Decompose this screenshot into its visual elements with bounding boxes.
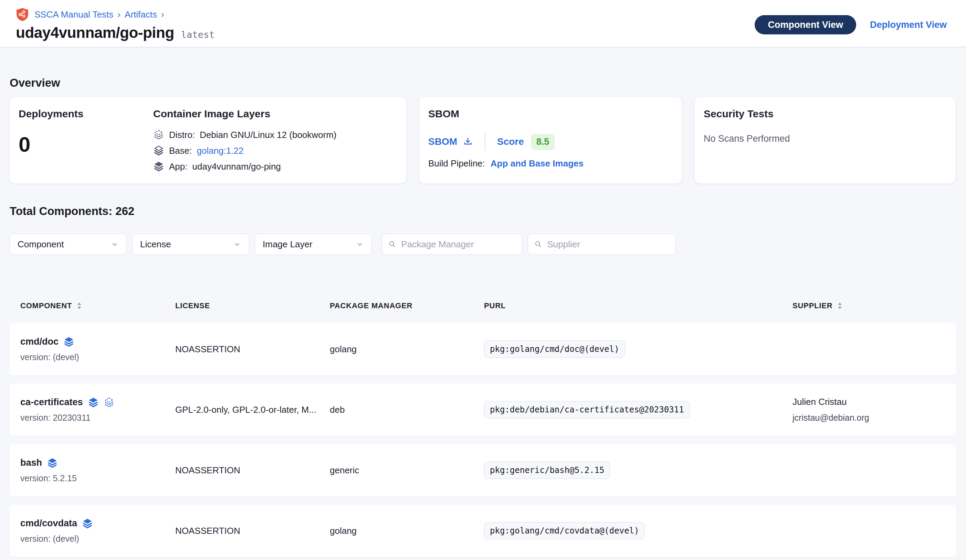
layers-filled-icon (63, 336, 74, 347)
layer-row-distro: Distro: Debian GNU/Linux 12 (bookworm) (153, 129, 337, 140)
component-version: version: 20230311 (20, 413, 175, 423)
column-label: PURL (484, 301, 506, 310)
deployments-section: Deployments 0 (18, 108, 153, 183)
table-row: bash version: 5.2.15 NOASSERTION generic… (10, 444, 956, 496)
license-filter-dropdown[interactable]: License (132, 234, 249, 255)
overview-heading: Overview (10, 76, 956, 89)
license-filter-label: License (140, 239, 171, 250)
component-filter-label: Component (18, 239, 64, 250)
breadcrumb-link-artifacts[interactable]: Artifacts (125, 9, 157, 20)
column-label: PACKAGE MANAGER (330, 301, 412, 310)
license-cell: NOASSERTION (175, 344, 330, 355)
component-filter-dropdown[interactable]: Component (10, 234, 127, 255)
supplier-cell (792, 467, 945, 473)
supplier-search (528, 234, 676, 255)
ssca-shield-icon (16, 8, 29, 21)
supplier-cell: Julien Cristau jcristau@debian.org (792, 396, 945, 423)
main-content: Overview Deployments 0 Container Image L… (0, 76, 966, 557)
layer-base-label: Base: (169, 146, 192, 156)
layer-row-app: App: uday4vunnam/go-ping (153, 161, 337, 172)
supplier-search-input[interactable] (547, 239, 669, 250)
package-manager-cell: generic (330, 465, 484, 476)
layers-filled-icon (82, 518, 93, 529)
column-label: COMPONENT (20, 301, 72, 310)
component-name: ca-certificates (20, 397, 83, 408)
layers-outline-icon (153, 129, 164, 140)
layer-app-label: App: (169, 161, 187, 172)
component-name: cmd/covdata (20, 518, 77, 529)
license-cell: GPL-2.0-only, GPL-2.0-or-later, M... (175, 404, 330, 415)
top-bar: SSCA Manual Tests › Artifacts › uday4vun… (0, 0, 966, 47)
component-cell: cmd/covdata version: (devel) (20, 518, 175, 544)
top-bar-left: SSCA Manual Tests › Artifacts › uday4vun… (16, 7, 215, 47)
layer-distro-label: Distro: (169, 130, 195, 140)
container-image-layers-title: Container Image Layers (153, 108, 337, 120)
view-switcher: Component View Deployment View (755, 15, 947, 35)
component-cell: ca-certificates version: 20230311 (20, 397, 175, 423)
column-header-package-manager: PACKAGE MANAGER (330, 301, 484, 310)
layer-distro-value: Debian GNU/Linux 12 (bookworm) (200, 130, 336, 140)
layers-filled-icon (47, 457, 58, 468)
purl-chip: pkg:golang/cmd/covdata@(devel) (484, 522, 645, 539)
base-image-link[interactable]: golang:1.22 (197, 146, 244, 156)
table-row: ca-certificates version: 20230311 GPL-2.… (10, 383, 956, 436)
build-pipeline-link[interactable]: App and Base Images (491, 158, 583, 169)
layer-row-base: Base: golang:1.22 (153, 145, 337, 156)
download-icon (463, 137, 473, 147)
image-layer-filter-label: Image Layer (263, 239, 312, 250)
layer-app-value: uday4vunnam/go-ping (192, 161, 281, 172)
package-manager-search-input[interactable] (401, 239, 516, 250)
component-cell: cmd/doc version: (devel) (20, 336, 175, 362)
purl-chip: pkg:generic/bash@5.2.15 (484, 462, 610, 479)
column-header-license: LICENSE (175, 301, 330, 310)
package-manager-cell: golang (330, 526, 484, 536)
component-view-button[interactable]: Component View (755, 15, 856, 34)
license-cell: NOASSERTION (175, 465, 330, 476)
artifact-tag-badge: latest (181, 29, 215, 40)
license-cell: NOASSERTION (175, 526, 330, 536)
component-version: version: (devel) (20, 534, 175, 544)
chevron-down-icon (233, 240, 242, 248)
sort-icon[interactable] (77, 302, 82, 310)
layers-outline-icon (104, 397, 115, 408)
search-icon (534, 240, 542, 249)
security-tests-card: Security Tests No Scans Performed (695, 97, 955, 183)
container-image-layers-section: Container Image Layers Distro: Debian GN… (153, 108, 337, 183)
layers-filled-icon (153, 161, 164, 172)
overview-cards: Deployments 0 Container Image Layers Dis… (10, 97, 956, 183)
column-label: SUPPLIER (792, 301, 833, 310)
chevron-down-icon (356, 240, 364, 248)
layers-half-icon (153, 145, 164, 156)
sbom-download-link[interactable]: SBOM (428, 136, 473, 147)
table-row: cmd/covdata version: (devel) NOASSERTION… (10, 504, 956, 557)
breadcrumb-separator: › (117, 9, 120, 20)
package-manager-cell: deb (330, 404, 484, 415)
deployment-view-link[interactable]: Deployment View (870, 20, 947, 30)
security-tests-title: Security Tests (704, 108, 946, 120)
supplier-name: Julien Cristau (792, 396, 945, 407)
deployments-count: 0 (18, 132, 153, 157)
chevron-down-icon (110, 240, 119, 248)
column-header-purl: PURL (484, 301, 792, 310)
build-pipeline-label: Build Pipeline: (428, 158, 485, 169)
component-name: bash (20, 457, 42, 468)
build-pipeline-row: Build Pipeline: App and Base Images (428, 158, 673, 169)
components-table-header: COMPONENT LICENSE PACKAGE MANAGER PURL S… (10, 297, 956, 315)
supplier-email: jcristau@debian.org (792, 413, 945, 423)
table-row: cmd/doc version: (devel) NOASSERTION gol… (10, 323, 956, 375)
filter-bar: Component License Image Layer (10, 234, 956, 255)
column-label: LICENSE (175, 301, 210, 310)
layers-filled-icon (88, 397, 99, 408)
purl-chip: pkg:golang/cmd/doc@(devel) (484, 341, 625, 358)
column-header-component[interactable]: COMPONENT (20, 301, 175, 310)
breadcrumb: SSCA Manual Tests › Artifacts › (16, 7, 215, 22)
divider (485, 133, 485, 151)
no-scans-text: No Scans Performed (704, 133, 946, 144)
image-layer-filter-dropdown[interactable]: Image Layer (255, 234, 372, 255)
breadcrumb-link-ssca-manual-tests[interactable]: SSCA Manual Tests (34, 9, 113, 20)
search-icon (388, 240, 396, 249)
sbom-score-label: Score (497, 136, 524, 147)
sbom-card-title: SBOM (428, 108, 673, 120)
sort-icon[interactable] (837, 302, 843, 310)
column-header-supplier[interactable]: SUPPLIER (792, 301, 945, 310)
